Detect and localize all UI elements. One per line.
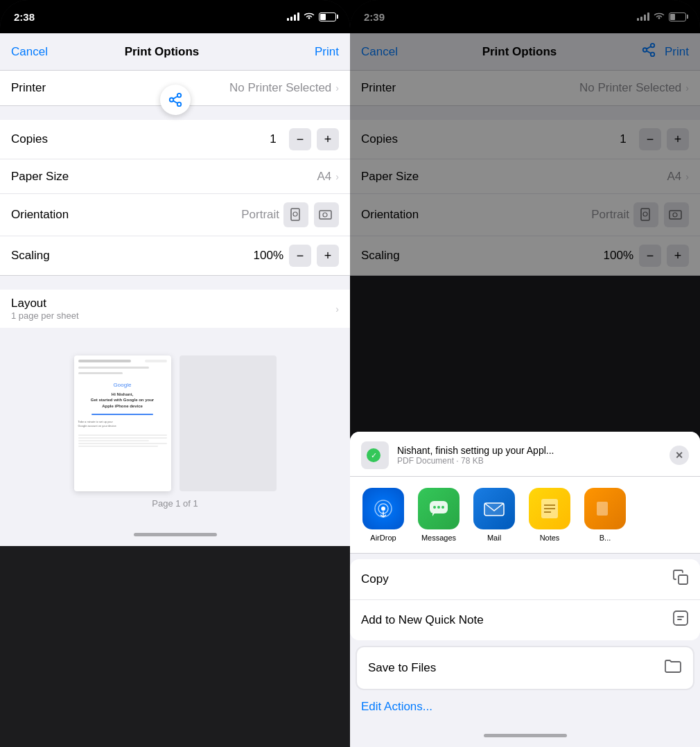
left-nav-bar: Cancel Print Options Print: [0, 33, 350, 71]
svg-point-1: [293, 212, 297, 216]
left-nav-area: Cancel Print Options Print: [0, 33, 350, 71]
print-options-section: Copies 1 − + Paper Size A4 › Orientation…: [0, 120, 350, 276]
more-app-label: B...: [600, 534, 611, 542]
layout-subtitle: 1 page per sheet: [11, 310, 335, 321]
left-content: Printer No Printer Selected › Copies 1 −…: [0, 71, 350, 522]
svg-point-3: [323, 213, 327, 217]
share-file-icon: ✓: [361, 441, 389, 469]
mail-share-button[interactable]: Mail: [466, 488, 522, 542]
copies-value: 1: [263, 132, 283, 146]
scaling-stepper: 100% − +: [254, 245, 339, 267]
save-to-files-button[interactable]: Save to Files: [356, 646, 694, 690]
copy-label: Copy: [361, 572, 672, 586]
share-icon: [168, 92, 183, 107]
left-time: 2:38: [14, 11, 35, 23]
paper-size-value: A4: [317, 170, 332, 184]
svg-rect-25: [674, 611, 688, 625]
svg-point-10: [381, 507, 385, 511]
share-button[interactable]: [160, 85, 191, 115]
add-quick-note-label: Add to New Quick Note: [361, 613, 672, 627]
app-icons-row: AirDrop Messages: [350, 477, 700, 554]
orange-app-icon: [584, 488, 626, 529]
airdrop-label: AirDrop: [370, 534, 396, 542]
folder-icon: [664, 658, 682, 678]
quick-note-icon: [672, 610, 689, 631]
messages-app-icon: [418, 488, 460, 529]
printer-chevron-icon: ›: [335, 82, 339, 94]
notes-app-icon: [529, 488, 570, 529]
paper-size-label: Paper Size: [11, 170, 317, 184]
left-print-button[interactable]: Print: [315, 45, 339, 59]
printer-label: Printer: [11, 81, 229, 95]
left-status-bar: 2:38: [0, 0, 350, 33]
left-cancel-button[interactable]: Cancel: [11, 45, 48, 59]
svg-rect-24: [679, 575, 688, 584]
orientation-buttons: [283, 202, 339, 227]
battery-icon: [319, 12, 336, 21]
copy-icon: [672, 569, 689, 590]
orientation-label: Orientation: [11, 208, 241, 222]
copy-action-button[interactable]: Copy: [350, 559, 700, 600]
page-label: Page 1 of 1: [152, 498, 198, 509]
notes-label: Notes: [540, 534, 560, 542]
page-preview-placeholder: [180, 355, 277, 491]
paper-size-row[interactable]: Paper Size A4 ›: [0, 159, 350, 194]
edit-actions-button[interactable]: Edit Actions...: [350, 690, 700, 723]
save-to-files-label: Save to Files: [368, 661, 664, 675]
right-phone-panel: 2:39 Cancel Print Options: [350, 0, 700, 747]
left-home-indicator: [0, 522, 350, 546]
scaling-decrement-button[interactable]: −: [289, 245, 311, 267]
scaling-row: Scaling 100% − +: [0, 236, 350, 275]
left-status-icons: [287, 12, 336, 22]
wifi-icon: [304, 12, 315, 22]
notes-share-button[interactable]: Notes: [522, 488, 577, 542]
left-nav-title: Print Options: [125, 45, 200, 59]
share-actions: Copy Add to New Quick Note: [350, 559, 700, 640]
messages-share-button[interactable]: Messages: [411, 488, 466, 542]
scaling-increment-button[interactable]: +: [317, 245, 339, 267]
scaling-value: 100%: [254, 249, 283, 263]
orientation-row: Orientation Portrait: [0, 194, 350, 236]
paper-size-chevron-icon: ›: [335, 171, 339, 182]
copies-stepper: 1 − +: [263, 128, 339, 150]
messages-label: Messages: [421, 534, 456, 542]
copies-decrement-button[interactable]: −: [289, 128, 311, 150]
file-checkbox-icon: ✓: [367, 448, 380, 462]
layout-title: Layout: [11, 297, 335, 310]
right-home-indicator: [350, 723, 700, 747]
mail-app-icon: [473, 488, 515, 529]
orientation-value: Portrait: [241, 208, 279, 222]
printer-value: No Printer Selected: [229, 81, 331, 95]
svg-rect-2: [320, 211, 331, 219]
svg-rect-0: [291, 209, 299, 220]
signal-bars-icon: [287, 12, 299, 21]
svg-rect-23: [597, 502, 608, 516]
copies-increment-button[interactable]: +: [317, 128, 339, 150]
svg-point-15: [437, 506, 440, 509]
left-phone-panel: 2:38 Cance: [0, 0, 350, 747]
share-file-size: PDF Document · 78 KB: [397, 456, 661, 466]
mail-label: Mail: [487, 534, 501, 542]
airdrop-share-button[interactable]: AirDrop: [356, 488, 411, 542]
share-file-details: Nishant, finish setting up your Appl... …: [397, 445, 661, 466]
edit-actions-label: Edit Actions...: [361, 700, 432, 714]
layout-chevron-icon: ›: [335, 304, 339, 315]
page-preview-area: Google Hi Nishant,Get started with Googl…: [0, 342, 350, 522]
share-file-name: Nishant, finish setting up your Appl...: [397, 445, 661, 456]
airdrop-icon: [362, 488, 404, 529]
svg-point-16: [441, 506, 444, 509]
share-sheet-header: ✓ Nishant, finish setting up your Appl..…: [350, 432, 700, 477]
copies-row: Copies 1 − +: [0, 120, 350, 159]
share-sheet: ✓ Nishant, finish setting up your Appl..…: [350, 432, 700, 747]
portrait-button[interactable]: [283, 202, 308, 227]
layout-row[interactable]: Layout 1 page per sheet ›: [0, 290, 350, 328]
page-preview-container: Google Hi Nishant,Get started with Googl…: [74, 355, 277, 491]
more-app-button[interactable]: B...: [577, 488, 633, 542]
copies-label: Copies: [11, 132, 263, 146]
page-preview: Google Hi Nishant,Get started with Googl…: [74, 355, 171, 491]
scaling-label: Scaling: [11, 249, 254, 263]
add-quick-note-button[interactable]: Add to New Quick Note: [350, 600, 700, 640]
landscape-button[interactable]: [314, 202, 339, 227]
svg-point-14: [433, 506, 436, 509]
share-close-button[interactable]: ✕: [670, 446, 689, 465]
